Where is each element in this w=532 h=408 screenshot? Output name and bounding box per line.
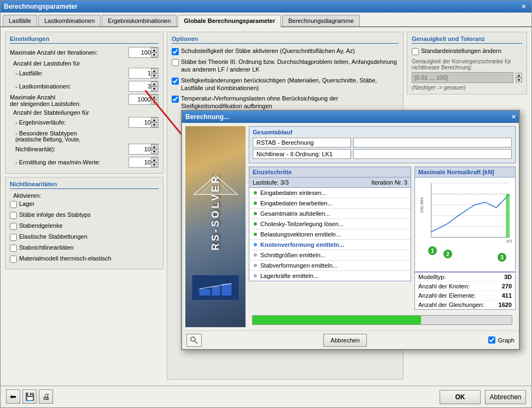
tab-lastfaelle[interactable]: Lastfälle — [3, 15, 37, 26]
ergebnis-down[interactable]: ▼ — [151, 122, 157, 127]
title-bar: Berechnungsparameter × — [1, 1, 531, 13]
model-info: Modelltyp: 3D Anzahl der Knoten: 270 Anz… — [414, 272, 516, 310]
std-checkbox[interactable] — [412, 48, 419, 55]
maxmin-up[interactable]: ▲ — [151, 157, 157, 162]
lastfaelle-value[interactable] — [130, 70, 151, 76]
ergebnis-row: - Ergebnisverläufe: ▲ ▼ — [10, 117, 159, 128]
opt1-checkbox[interactable] — [172, 48, 179, 55]
dialog-bottom: Abbrechen Graph — [182, 330, 519, 349]
maxsteig-down[interactable]: ▼ — [151, 99, 157, 104]
nichtlinear-title: Nichtlinearitäten — [10, 181, 159, 189]
max-iterations-value[interactable] — [130, 49, 151, 56]
tab-lastkombinationen[interactable]: Lastkombinationen — [38, 15, 101, 26]
opt3-row: Steifigkeitsänderungen berücksichtigen (… — [172, 76, 399, 92]
steps-list: Eingabedaten einlesen... Eingabedaten be… — [249, 188, 411, 281]
gesamtablauf-label2: Nichtlinear - II.Ordnung: LK1 — [253, 149, 351, 159]
besondere-value[interactable] — [130, 146, 151, 152]
besondere-input[interactable]: ▲ ▼ — [128, 144, 159, 155]
besondere-up[interactable]: ▲ — [151, 144, 157, 149]
lastkomb-label: - Lastkombinationen: — [10, 83, 128, 90]
lastkomb-down[interactable]: ▼ — [151, 86, 157, 91]
step-6: Knotenverformung emitteln... — [249, 240, 411, 250]
ergebnis-label: - Ergebnisverläufe: — [10, 119, 128, 126]
maxsteig-value[interactable] — [130, 96, 151, 103]
max-iterations-input[interactable]: ▲ ▼ — [128, 47, 159, 58]
badge-3: 3 — [496, 252, 507, 263]
opt4-label: Temperatur-/Verformungslasten ohne Berüc… — [181, 94, 399, 110]
besondere-label3: Nichtlinearität): — [10, 146, 128, 152]
steps-left: Einzelschritte Laststufe: 3/3 Iteration … — [249, 167, 411, 310]
maxsteig-input[interactable]: ▲ ▼ — [128, 94, 159, 105]
lastfaelle-row: - Lastfälle: ▲ ▼ — [10, 68, 159, 79]
maxmin-value[interactable] — [130, 159, 151, 165]
maxmin-down[interactable]: ▼ — [151, 162, 157, 167]
gesamtablauf-input2 — [353, 149, 512, 159]
icon-btn-2[interactable]: 💾 — [22, 389, 37, 404]
ok-button[interactable]: OK — [440, 390, 481, 404]
main-window: Berechnungsparameter × Lastfälle Lastkom… — [0, 0, 532, 408]
lastfaelle-up[interactable]: ▲ — [151, 68, 157, 73]
stabnonlin-row: Stabnichtlinearitäten — [10, 244, 159, 252]
opt3-label: Steifigkeitsänderungen berücksichtigen (… — [181, 76, 399, 92]
lastkomb-row: - Lastkombinationen: ▲ ▼ — [10, 81, 159, 92]
progress-bar-inner — [253, 316, 421, 324]
ergebnis-input[interactable]: ▲ ▼ — [128, 117, 159, 128]
progress-bar-outer — [252, 315, 512, 325]
material-checkbox[interactable] — [10, 256, 17, 263]
besondere-label2: (elastische Bettung, Voute, — [15, 137, 159, 143]
lastfaelle-input[interactable]: ▲ ▼ — [128, 68, 159, 79]
lastkomb-value[interactable] — [130, 83, 151, 90]
lager-checkbox[interactable] — [10, 201, 17, 208]
elastic-checkbox[interactable] — [10, 234, 17, 241]
svg-marker-1 — [199, 180, 231, 195]
abbrechen-button[interactable]: Abbrechen — [323, 334, 367, 347]
elemente-label: Anzahl der Elemente: — [418, 292, 476, 299]
opt3-checkbox[interactable] — [172, 78, 179, 85]
besondere-down[interactable]: ▼ — [151, 149, 157, 154]
stabend-label: Stabendgelenke — [19, 222, 63, 229]
icon-btn-3[interactable]: 🖨 — [39, 389, 53, 404]
max-iterations-up[interactable]: ▲ — [151, 48, 157, 52]
maxsteig-up[interactable]: ▲ — [151, 94, 157, 99]
stabnonlin-checkbox[interactable] — [10, 245, 17, 252]
model-info-row-4: Anzahl der Gleichungen: 1620 — [415, 300, 515, 309]
dialog-close-button[interactable]: × — [512, 113, 516, 121]
dialog-title-bar: Berechnung... × — [182, 111, 519, 123]
graph-checkbox[interactable] — [488, 336, 495, 344]
ergebnis-value[interactable] — [130, 119, 151, 126]
maxmin-label: - Ermittlung der max/min-Werte: — [10, 159, 128, 165]
nichtlinear-section: Nichtlinearitäten Aktivieren: Lager Stäb… — [5, 177, 163, 269]
opt4-checkbox[interactable] — [172, 96, 179, 103]
cancel-main-button[interactable]: Abbrechen — [485, 390, 526, 404]
options-title: Optionen — [172, 36, 399, 44]
svg-rect-3 — [212, 286, 220, 295]
step-7: Schnittgrößen emitteln... — [249, 250, 411, 261]
stabe-checkbox[interactable] — [10, 212, 17, 219]
knoten-value: 270 — [502, 283, 512, 289]
lastkomb-up[interactable]: ▲ — [151, 81, 157, 86]
badge-2: 2 — [442, 249, 453, 259]
lastfaelle-down[interactable]: ▼ — [151, 73, 157, 78]
ergebnis-up[interactable]: ▲ — [151, 117, 157, 122]
accuracy-desc: Genauigkeit der Konvergenzschranke für n… — [412, 58, 522, 70]
besondere-label1: - Besondere Stabtypen — [15, 130, 159, 137]
max-iterations-down[interactable]: ▼ — [151, 52, 157, 57]
accuracy-range: [0.01 ... 100] — [412, 72, 513, 83]
lager-label: Lager — [19, 200, 34, 208]
einstellungen-section: Einstellungen Maximale Anzahl der Iterat… — [5, 32, 163, 174]
tab-globale[interactable]: Globale Berechnungsparameter — [178, 15, 281, 27]
dialog-main-content: Gesamtablauf RSTAB - Berechnung Nichtlin… — [249, 126, 516, 327]
lastkomb-input[interactable]: ▲ ▼ — [128, 81, 159, 92]
stabend-checkbox[interactable] — [10, 223, 17, 230]
close-button[interactable]: × — [519, 2, 528, 11]
tab-ergebniskombinationen[interactable]: Ergebniskombinationen — [102, 15, 177, 26]
opt4-row: Temperatur-/Verformungslasten ohne Berüc… — [172, 94, 399, 110]
search-button[interactable] — [186, 334, 202, 347]
maxmin-input[interactable]: ▲ ▼ — [128, 157, 159, 168]
step-5: Belastungsvektoren emitteln... — [249, 229, 411, 240]
iteration-text: Iteration Nr. 3 — [371, 179, 407, 186]
opt2-checkbox[interactable] — [172, 59, 179, 66]
icon-btn-1[interactable]: ⬅ — [6, 389, 20, 404]
accuracy-spinbtns: ▲ ▼ — [516, 73, 522, 82]
tab-berechnungsdiagramme[interactable]: Berechnungsdiagramme — [282, 15, 360, 26]
